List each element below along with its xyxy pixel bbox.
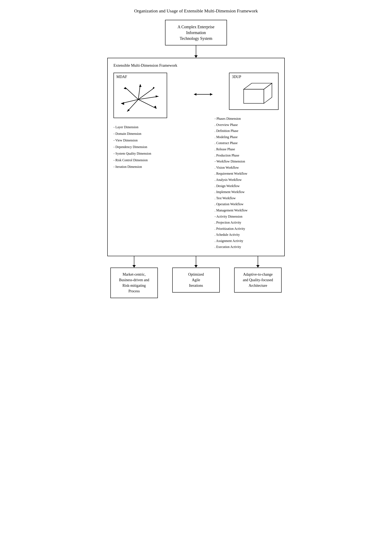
right-list-item: . Production Phase [215, 152, 247, 159]
top-box: A Complex Enterprise InformationTechnolo… [165, 20, 227, 45]
svg-marker-11 [127, 109, 130, 112]
bottom-box-center-text: OptimizedAgileIterations [188, 272, 204, 288]
arrow-down-center [194, 256, 198, 268]
left-list-item: - Risk Control Dimension [113, 157, 151, 164]
right-list-item: . Modeling Phase [215, 134, 247, 140]
right-list-item: - Activity Dimension [215, 213, 247, 220]
page-title: Organization and Usage of Extensible Mul… [134, 8, 258, 14]
bottom-box-left-text: Market-centric,Business-driven andRisk-m… [119, 272, 149, 294]
arrow-down-left [132, 256, 136, 268]
left-list-item: - Dependency Dimension [113, 144, 151, 150]
left-section: MDAF [113, 73, 192, 170]
dup-diagram [229, 73, 278, 109]
arrow-down-from-top [194, 45, 198, 58]
right-list-item: . Requirement Workflow [215, 170, 247, 177]
svg-line-4 [138, 88, 154, 99]
page-container: Organization and Usage of Extensible Mul… [103, 8, 289, 298]
right-list-item: . Implement Workflow [215, 189, 247, 195]
right-list-item: . Test Workflow [215, 195, 247, 201]
middle-arrow [192, 73, 215, 97]
right-list-item: . Overview Phase [215, 122, 247, 128]
right-list-item: . Assignment Activity [215, 238, 247, 244]
right-dimension-list: - Phases Dimension . Overview Phase . De… [215, 116, 247, 250]
svg-marker-19 [264, 83, 272, 104]
svg-marker-16 [210, 93, 213, 96]
top-box-text: A Complex Enterprise InformationTechnolo… [178, 24, 215, 41]
bottom-arrow-col-left: Market-centric,Business-driven andRisk-m… [107, 256, 161, 298]
svg-line-0 [125, 87, 138, 99]
svg-rect-17 [244, 89, 264, 103]
bottom-arrow-col-center: OptimizedAgileIterations [169, 256, 223, 298]
dup-box: 3DUP [229, 73, 279, 110]
left-list-item: - Iteration Dimension [113, 164, 151, 170]
bottom-arrow-row: Market-centric,Business-driven andRisk-m… [107, 256, 285, 298]
left-dimension-list: - Layer Dimension - Domain Dimension - V… [113, 124, 151, 170]
svg-marker-7 [156, 95, 159, 97]
bottom-box-left: Market-centric,Business-driven andRisk-m… [110, 268, 158, 298]
right-section: 3DUP - Phases Dimension . [215, 73, 279, 250]
right-list-item: . Execution Activity [215, 244, 247, 250]
right-list-item: . Release Phase [215, 146, 247, 152]
right-list-item: . Definition Phase [215, 128, 247, 134]
svg-line-6 [138, 96, 159, 99]
main-frame-title: Extensible Multi-Dimension Framework [113, 63, 279, 68]
svg-marker-15 [194, 93, 196, 96]
left-list-item: - Domain Dimension [113, 131, 151, 137]
right-list-item: . Operation Workflow [215, 201, 247, 207]
right-list-item: . Schedule Activity [215, 232, 247, 238]
left-list-item: - Layer Dimension [113, 124, 151, 131]
right-list-item: . Construct Phase [215, 140, 247, 146]
right-list-item: . Design Workflow [215, 183, 247, 189]
mdaf-diagram [114, 73, 167, 118]
right-list-item: - Phases Dimension [215, 116, 247, 122]
right-list-item: . Vision Workflow [215, 165, 247, 171]
bottom-box-right: Adaptive-to-changeand Quality-focusedArc… [234, 268, 282, 292]
frame-inner: MDAF [113, 73, 279, 250]
left-list-item: - System Quality Dimension [113, 150, 151, 157]
right-list-item: . Analysis Workflow [215, 177, 247, 183]
svg-line-8 [138, 99, 156, 108]
main-frame: Extensible Multi-Dimension Framework MDA… [107, 58, 285, 256]
bottom-box-center: OptimizedAgileIterations [172, 268, 220, 292]
right-list-item: . Prioritization Activity [215, 226, 247, 232]
mdaf-box: MDAF [113, 73, 167, 118]
right-list-item: - Workflow Dimension [215, 158, 247, 165]
bidirectional-arrow [192, 91, 215, 97]
bottom-arrow-col-right: Adaptive-to-changeand Quality-focusedArc… [231, 256, 285, 298]
svg-marker-13 [121, 102, 124, 105]
left-list-item: - View Dimension [113, 137, 151, 144]
arrow-down-right [256, 256, 260, 268]
svg-marker-3 [139, 84, 141, 87]
right-list-item: . Projection Activity [215, 219, 247, 226]
right-list-item: . Management Workflow [215, 207, 247, 213]
bottom-box-right-text: Adaptive-to-changeand Quality-focusedArc… [243, 272, 273, 288]
